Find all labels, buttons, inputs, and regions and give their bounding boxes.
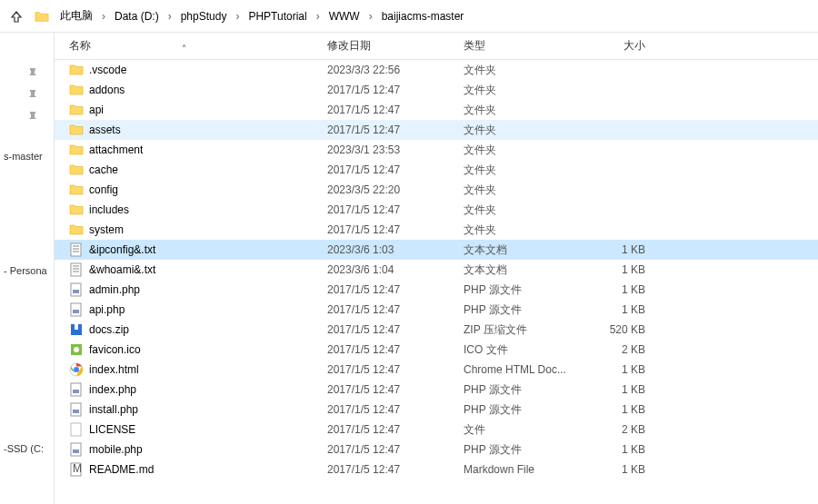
folder-icon	[69, 183, 84, 197]
folder-icon	[69, 83, 84, 97]
file-name: install.php	[89, 403, 138, 416]
file-type: 文件夹	[464, 183, 591, 198]
breadcrumb-item[interactable]: Data (D:)	[109, 6, 165, 26]
file-row[interactable]: .vscode2023/3/3 22:56文件夹	[55, 60, 818, 80]
file-row[interactable]: install.php2017/1/5 12:47PHP 源文件1 KB	[55, 400, 818, 420]
file-row[interactable]: addons2017/1/5 12:47文件夹	[55, 80, 818, 100]
file-name: cache	[89, 163, 118, 176]
file-row[interactable]: assets2017/1/5 12:47文件夹	[55, 120, 818, 140]
folder-icon	[69, 103, 84, 117]
file-date: 2017/1/5 12:47	[327, 343, 464, 356]
file-type: Chrome HTML Doc...	[464, 363, 591, 376]
col-date-header[interactable]: 修改日期	[327, 38, 464, 54]
file-date: 2017/1/5 12:47	[327, 383, 464, 396]
sidebar-item[interactable]: -SSD (C:	[0, 441, 54, 456]
file-type: PHP 源文件	[464, 282, 591, 298]
file-date: 2017/1/5 12:47	[327, 203, 464, 216]
col-type-header[interactable]: 类型	[464, 38, 591, 54]
ico-icon	[69, 342, 84, 357]
breadcrumb-item[interactable]: phpStudy	[175, 6, 233, 26]
file-name: assets	[89, 124, 121, 136]
folder-icon	[69, 163, 84, 177]
svg-rect-0	[71, 243, 81, 256]
breadcrumb: 此电脑›Data (D:)›phpStudy›PHPTutorial›WWW›b…	[55, 5, 469, 27]
file-row[interactable]: admin.php2017/1/5 12:47PHP 源文件1 KB	[55, 280, 818, 300]
file-date: 2017/1/5 12:47	[327, 163, 464, 176]
file-row[interactable]: favicon.ico2017/1/5 12:47ICO 文件2 KB	[55, 340, 818, 360]
file-size: 1 KB	[591, 283, 663, 296]
file-row[interactable]: M↓README.md2017/1/5 12:47Markdown File1 …	[55, 460, 818, 479]
file-type: 文本文档	[464, 242, 591, 258]
file-name: docs.zip	[89, 323, 129, 336]
php-icon	[69, 402, 84, 417]
file-name: attachment	[89, 143, 143, 156]
pin-icon[interactable]	[27, 89, 42, 104]
file-row[interactable]: config2023/3/5 22:20文件夹	[55, 180, 818, 200]
file-row[interactable]: includes2017/1/5 12:47文件夹	[55, 200, 818, 220]
file-type: 文件夹	[464, 163, 591, 178]
file-row[interactable]: attachment2023/3/1 23:53文件夹	[55, 140, 818, 160]
zip-icon	[69, 322, 84, 337]
sidebar-item[interactable]: s-master	[0, 149, 54, 163]
file-type: Markdown File	[464, 463, 591, 476]
svg-rect-11	[73, 310, 79, 313]
file-date: 2017/1/5 12:47	[327, 363, 464, 376]
breadcrumb-item[interactable]: 此电脑	[55, 5, 98, 27]
file-type: 文件夹	[464, 123, 591, 138]
file-size: 1 KB	[591, 243, 663, 256]
file-date: 2023/3/5 22:20	[327, 183, 464, 196]
file-name: README.md	[89, 463, 154, 476]
file-date: 2017/1/5 12:47	[327, 403, 464, 416]
svg-rect-22	[71, 423, 81, 436]
file-row[interactable]: api2017/1/5 12:47文件夹	[55, 100, 818, 120]
folder-icon	[69, 203, 84, 217]
pin-icon[interactable]	[27, 67, 42, 82]
file-type: PHP 源文件	[464, 402, 591, 418]
svg-rect-21	[73, 410, 79, 413]
file-name: &whoami&.txt	[89, 263, 155, 276]
col-size-header[interactable]: 大小	[591, 38, 663, 54]
file-name: index.php	[89, 383, 136, 396]
file-type: 文件夹	[464, 203, 591, 218]
file-date: 2023/3/6 1:03	[327, 243, 464, 256]
file-name: admin.php	[89, 283, 140, 296]
md-icon: M↓	[69, 462, 84, 477]
svg-text:M↓: M↓	[73, 462, 84, 475]
address-bar: 此电脑›Data (D:)›phpStudy›PHPTutorial›WWW›b…	[0, 0, 818, 33]
file-type: PHP 源文件	[464, 442, 591, 458]
file-name: .vscode	[89, 64, 126, 76]
file-row[interactable]: LICENSE2017/1/5 12:47文件2 KB	[55, 420, 818, 440]
file-row[interactable]: mobile.php2017/1/5 12:47PHP 源文件1 KB	[55, 440, 818, 460]
pin-icon[interactable]	[27, 111, 42, 125]
file-date: 2023/3/6 1:04	[327, 263, 464, 276]
file-date: 2017/1/5 12:47	[327, 283, 464, 296]
file-date: 2023/3/1 23:53	[327, 143, 464, 156]
file-row[interactable]: docs.zip2017/1/5 12:47ZIP 压缩文件520 KB	[55, 320, 818, 340]
file-row[interactable]: index.php2017/1/5 12:47PHP 源文件1 KB	[55, 380, 818, 400]
file-type: ZIP 压缩文件	[464, 322, 591, 338]
file-row[interactable]: api.php2017/1/5 12:47PHP 源文件1 KB	[55, 300, 818, 320]
breadcrumb-item[interactable]: WWW	[324, 6, 365, 26]
col-name-header[interactable]: 名称 ˄	[55, 38, 327, 54]
file-row[interactable]: &ipconfig&.txt2023/3/6 1:03文本文档1 KB	[55, 240, 818, 260]
folder-icon	[69, 63, 84, 77]
up-button[interactable]	[9, 9, 24, 24]
file-date: 2017/1/5 12:47	[327, 104, 464, 116]
file-row[interactable]: cache2017/1/5 12:47文件夹	[55, 160, 818, 180]
file-name: api	[89, 104, 104, 116]
file-row[interactable]: &whoami&.txt2023/3/6 1:04文本文档1 KB	[55, 260, 818, 280]
nav-sidebar: s-master - Persona -SSD (C:	[0, 33, 55, 504]
breadcrumb-item[interactable]: baijiacms-master	[376, 6, 470, 26]
chevron-right-icon: ›	[367, 10, 374, 23]
file-row[interactable]: system2017/1/5 12:47文件夹	[55, 220, 818, 240]
file-row[interactable]: index.html2017/1/5 12:47Chrome HTML Doc.…	[55, 360, 818, 380]
file-date: 2017/1/5 12:47	[327, 323, 464, 336]
file-name: favicon.ico	[89, 343, 141, 356]
file-size: 1 KB	[591, 303, 663, 316]
breadcrumb-item[interactable]: PHPTutorial	[243, 6, 312, 26]
file-date: 2017/1/5 12:47	[327, 423, 464, 436]
file-name: system	[89, 223, 124, 236]
file-name: mobile.php	[89, 443, 143, 456]
sort-indicator-icon: ˄	[182, 44, 186, 54]
sidebar-item[interactable]: - Persona	[0, 263, 54, 278]
